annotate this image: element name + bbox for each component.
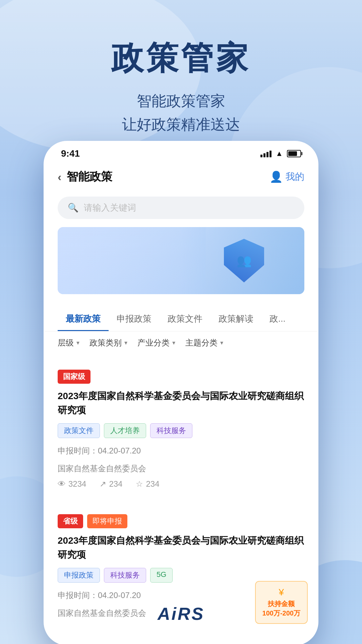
- status-icons: ▲: [260, 149, 301, 158]
- user-icon: 👤: [269, 170, 283, 183]
- share-icon: ↗: [100, 479, 106, 489]
- my-button[interactable]: 👤 我的: [269, 170, 304, 183]
- search-bar[interactable]: 🔍 请输入关键词: [58, 197, 304, 219]
- stat-favorites: ☆ 234: [136, 479, 159, 489]
- chevron-down-icon: ▾: [76, 339, 79, 346]
- funding-label: 扶持金额100万-200万: [262, 599, 300, 618]
- chevron-down-icon: ▾: [124, 339, 127, 346]
- policy-list: 国家级 2023年度国家自然科学基金委员会与国际农业研究磋商组织研究项 政策文件…: [44, 354, 318, 644]
- header-title: 智能政策: [67, 169, 112, 184]
- eye-icon: 👁: [58, 479, 66, 489]
- stat-views: 👁 3234: [58, 479, 86, 489]
- funding-badge: ¥ 扶持金额100万-200万: [255, 581, 308, 624]
- chevron-down-icon: ▾: [172, 339, 175, 346]
- hero-section: 政策管家 智能政策管家 让好政策精准送达: [0, 0, 362, 136]
- phone-container: 9:41 ▲ ‹ 智能政策 👤 我: [44, 141, 318, 644]
- tab-policy-file[interactable]: 政策文件: [160, 308, 210, 331]
- subtitle-line1: 智能政策管家: [0, 89, 362, 113]
- main-title: 政策管家: [0, 40, 362, 76]
- search-placeholder-text: 请输入关键词: [84, 202, 136, 214]
- subtitle: 智能政策管家 让好政策精准送达: [0, 89, 362, 137]
- search-section: 🔍 请输入关键词: [44, 191, 318, 227]
- filter-industry-label: 产业分类: [137, 337, 170, 348]
- tag-row-1: 政策文件 人才培养 科技服务: [58, 423, 304, 438]
- signal-icon: [260, 150, 272, 157]
- tag-policy-file: 政策文件: [58, 423, 100, 438]
- badge-national: 国家级: [58, 370, 90, 384]
- filter-level-label: 层级: [58, 337, 74, 348]
- stat-shares: ↗ 234: [100, 479, 122, 489]
- card-title-1: 2023年度国家自然科学基金委员会与国际农业研究磋商组织研究项: [58, 389, 304, 417]
- phone-mockup: 9:41 ▲ ‹ 智能政策 👤 我: [44, 141, 318, 644]
- my-label: 我的: [286, 170, 304, 183]
- card-date-1: 申报时间：04.20-07.20: [58, 443, 304, 458]
- status-bar: 9:41 ▲: [44, 142, 318, 162]
- battery-icon: [287, 150, 301, 157]
- badge-soon: 即将申报: [87, 514, 127, 528]
- filter-level[interactable]: 层级 ▾: [58, 337, 79, 348]
- tab-application-policy[interactable]: 申报政策: [109, 308, 160, 331]
- status-time: 9:41: [61, 148, 80, 159]
- nav-tabs: 最新政策 申报政策 政策文件 政策解读 政...: [44, 301, 318, 331]
- stat-favorites-count: 234: [146, 479, 159, 489]
- brand-section: AiRS: [158, 604, 204, 624]
- search-icon: 🔍: [68, 203, 78, 213]
- star-icon: ☆: [136, 479, 143, 489]
- tag-application-policy: 申报政策: [58, 568, 100, 583]
- filter-category-label: 政策类别: [89, 337, 122, 348]
- subtitle-line2: 让好政策精准送达: [0, 113, 362, 136]
- banner-section: 👥: [44, 227, 318, 301]
- yuan-icon: ¥: [262, 587, 300, 598]
- card-org-1: 国家自然基金自然委员会: [58, 463, 304, 474]
- stat-shares-count: 234: [109, 479, 122, 489]
- tag-tech-service-2: 科技服务: [104, 568, 146, 583]
- filter-row: 层级 ▾ 政策类别 ▾ 产业分类 ▾ 主题分类 ▾: [44, 331, 318, 354]
- wifi-icon: ▲: [276, 149, 283, 158]
- banner-image[interactable]: 👥: [58, 227, 304, 294]
- card-stats-1: 👁 3234 ↗ 234 ☆ 234: [58, 479, 304, 489]
- card-badges-2: 省级 即将申报: [58, 514, 304, 528]
- tab-more[interactable]: 政...: [261, 308, 294, 331]
- back-arrow-icon: ‹: [58, 170, 61, 183]
- tag-row-2: 申报政策 科技服务 5G: [58, 568, 304, 583]
- app-header: ‹ 智能政策 👤 我的: [44, 162, 318, 191]
- tag-talent: 人才培养: [104, 423, 146, 438]
- stat-views-count: 3234: [68, 479, 86, 489]
- brand-logo: AiRS: [158, 604, 204, 624]
- tab-policy-interpretation[interactable]: 政策解读: [210, 308, 261, 331]
- filter-theme[interactable]: 主题分类 ▾: [185, 337, 223, 348]
- filter-theme-label: 主题分类: [185, 337, 218, 348]
- tag-tech-service: 科技服务: [150, 423, 192, 438]
- policy-card-1[interactable]: 国家级 2023年度国家自然科学基金委员会与国际农业研究磋商组织研究项 政策文件…: [44, 360, 318, 499]
- chevron-down-icon: ▾: [220, 339, 223, 346]
- card-title-2: 2023年度国家自然科学基金委员会与国际农业研究磋商组织研究项: [58, 534, 304, 562]
- filter-industry[interactable]: 产业分类 ▾: [137, 337, 175, 348]
- back-button[interactable]: ‹ 智能政策: [58, 169, 112, 184]
- card-badges-1: 国家级: [58, 370, 304, 384]
- tab-latest-policy[interactable]: 最新政策: [58, 308, 109, 331]
- badge-province: 省级: [58, 514, 83, 528]
- tag-5g: 5G: [150, 568, 173, 583]
- filter-category[interactable]: 政策类别 ▾: [89, 337, 127, 348]
